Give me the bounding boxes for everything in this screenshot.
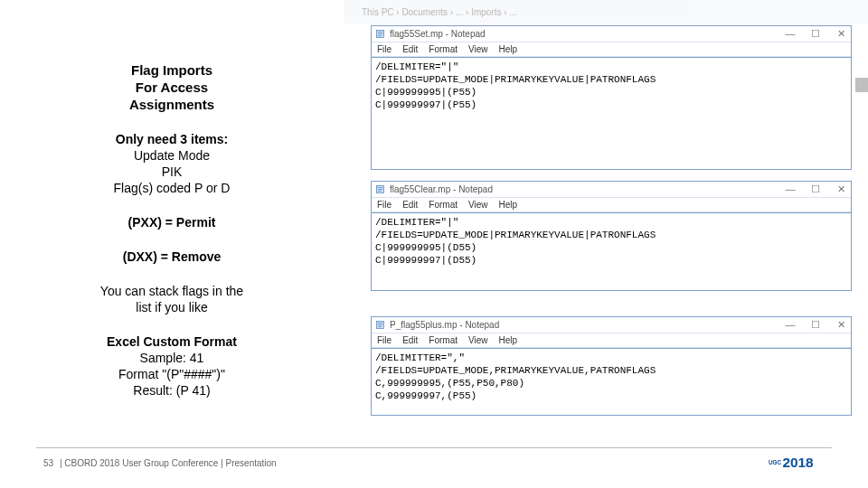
menu-file[interactable]: File <box>377 200 392 210</box>
logo-prefix: UGC <box>769 459 781 465</box>
title-line: For Access <box>77 79 267 96</box>
menubar: File Edit Format View Help <box>372 333 851 348</box>
minimize-button[interactable]: — <box>784 28 797 40</box>
stack-note: You can stack flags in the list if you l… <box>77 283 267 315</box>
notepad-window-set: flag55Set.mp - Notepad — ☐ ✕ File Edit F… <box>371 25 852 170</box>
minimize-button[interactable]: — <box>784 183 797 195</box>
ugc-2018-logo: UGC 2018 <box>769 452 832 471</box>
text-line: Excel Custom Format <box>77 333 267 350</box>
slide-title: Flag Imports For Access Assignments <box>77 61 267 113</box>
menu-file[interactable]: File <box>377 44 392 54</box>
notepad-icon <box>375 320 385 330</box>
titlebar[interactable]: P_flag55plus.mp - Notepad — ☐ ✕ <box>372 317 851 333</box>
titlebar[interactable]: flag55Set.mp - Notepad — ☐ ✕ <box>372 26 851 42</box>
maximize-button[interactable]: ☐ <box>809 28 822 40</box>
text-line: (DXX) = Remove <box>77 249 267 265</box>
footer-text: CBORD 2018 User Group Conference | Prese… <box>64 458 276 468</box>
window-title: flag55Clear.mp - Notepad <box>390 184 784 194</box>
text-line: PIK <box>77 164 267 180</box>
close-button[interactable]: ✕ <box>835 319 847 331</box>
minimize-button[interactable]: — <box>784 319 797 331</box>
text-line: (PXX) = Permit <box>77 214 267 230</box>
maximize-button[interactable]: ☐ <box>809 183 822 195</box>
titlebar[interactable]: flag55Clear.mp - Notepad — ☐ ✕ <box>372 182 851 198</box>
menu-format[interactable]: Format <box>429 44 458 54</box>
menu-view[interactable]: View <box>468 200 488 210</box>
window-controls: — ☐ ✕ <box>784 319 847 331</box>
notepad-window-plus: P_flag55plus.mp - Notepad — ☐ ✕ File Edi… <box>371 316 852 416</box>
menu-view[interactable]: View <box>468 335 488 345</box>
menu-format[interactable]: Format <box>429 335 458 345</box>
page-number: 53 <box>43 458 53 468</box>
excel-format: Excel Custom Format Sample: 41 Format "(… <box>77 333 267 399</box>
menu-edit[interactable]: Edit <box>402 335 418 345</box>
window-controls: — ☐ ✕ <box>784 183 847 195</box>
menu-view[interactable]: View <box>468 44 488 54</box>
menu-edit[interactable]: Edit <box>402 44 418 54</box>
menubar: File Edit Format View Help <box>372 42 851 57</box>
obscured-breadcrumb: This PC › Documents › ... › Imports › ..… <box>344 0 868 23</box>
notepad-icon <box>375 29 385 39</box>
window-title: flag55Set.mp - Notepad <box>390 29 784 39</box>
breadcrumb-text: This PC › Documents › ... › Imports › ..… <box>362 7 517 17</box>
text-line: You can stack flags in the <box>77 283 267 299</box>
window-controls: — ☐ ✕ <box>784 28 847 40</box>
title-line: Assignments <box>77 96 267 113</box>
close-button[interactable]: ✕ <box>835 28 847 40</box>
text-area[interactable]: /DELIMITER="|" /FIELDS=UPDATE_MODE|PRIMA… <box>372 57 851 120</box>
text-line: Only need 3 items: <box>77 131 267 147</box>
text-line: list if you like <box>77 299 267 315</box>
text-line: Format "(P"####")" <box>77 366 267 382</box>
close-button[interactable]: ✕ <box>835 183 847 195</box>
text-area[interactable]: /DELIMITTER="," /FIELDS=UPDATE_MODE,PRIM… <box>372 348 851 411</box>
maximize-button[interactable]: ☐ <box>809 319 822 331</box>
menubar: File Edit Format View Help <box>372 198 851 212</box>
text-line: Update Mode <box>77 147 267 164</box>
text-line: Flag(s) coded P or D <box>77 180 267 196</box>
menu-help[interactable]: Help <box>499 335 518 345</box>
menu-help[interactable]: Help <box>499 44 518 54</box>
permit-line: (PXX) = Permit <box>77 214 267 230</box>
menu-edit[interactable]: Edit <box>402 200 418 210</box>
text-line: Result: (P 41) <box>77 382 267 399</box>
remove-line: (DXX) = Remove <box>77 249 267 265</box>
needed-items: Only need 3 items: Update Mode PIK Flag(… <box>77 131 267 196</box>
title-line: Flag Imports <box>77 61 267 79</box>
menu-format[interactable]: Format <box>429 200 458 210</box>
notepad-icon <box>375 184 385 194</box>
notepad-window-clear: flag55Clear.mp - Notepad — ☐ ✕ File Edit… <box>371 181 852 291</box>
text-area[interactable]: /DELIMITER="|" /FIELDS=UPDATE_MODE|PRIMA… <box>372 212 851 276</box>
window-title: P_flag55plus.mp - Notepad <box>390 320 784 330</box>
menu-file[interactable]: File <box>377 335 392 345</box>
footer-divider <box>36 447 832 448</box>
text-line: Sample: 41 <box>77 350 267 366</box>
footer: 53 | CBORD 2018 User Group Conference | … <box>43 458 277 468</box>
slide-body-text: Flag Imports For Access Assignments Only… <box>77 61 267 417</box>
scrollbar-fragment <box>855 78 868 92</box>
logo-year: 2018 <box>782 455 814 470</box>
menu-help[interactable]: Help <box>499 200 518 210</box>
